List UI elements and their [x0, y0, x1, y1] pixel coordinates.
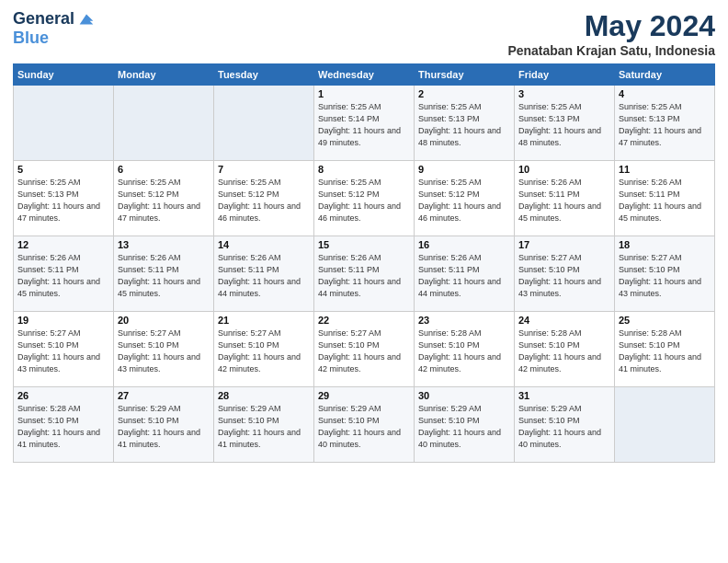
- calendar-cell: 5Sunrise: 5:25 AMSunset: 5:13 PMDaylight…: [14, 161, 114, 236]
- day-info: Sunrise: 5:27 AMSunset: 5:10 PMDaylight:…: [318, 327, 410, 375]
- calendar-cell: 29Sunrise: 5:29 AMSunset: 5:10 PMDayligh…: [314, 387, 415, 463]
- day-info: Sunrise: 5:28 AMSunset: 5:10 PMDaylight:…: [418, 327, 510, 375]
- calendar-cell: 8Sunrise: 5:25 AMSunset: 5:12 PMDaylight…: [314, 161, 415, 236]
- day-number: 26: [17, 390, 109, 401]
- calendar-cell: 20Sunrise: 5:27 AMSunset: 5:10 PMDayligh…: [114, 312, 214, 387]
- calendar-cell: 22Sunrise: 5:27 AMSunset: 5:10 PMDayligh…: [314, 312, 415, 387]
- day-info: Sunrise: 5:29 AMSunset: 5:10 PMDaylight:…: [518, 403, 610, 451]
- day-number: 12: [17, 239, 109, 250]
- day-info: Sunrise: 5:27 AMSunset: 5:10 PMDaylight:…: [518, 252, 610, 300]
- calendar-cell: 16Sunrise: 5:26 AMSunset: 5:11 PMDayligh…: [415, 236, 515, 312]
- day-info: Sunrise: 5:27 AMSunset: 5:10 PMDaylight:…: [619, 252, 711, 300]
- day-number: 28: [218, 390, 310, 401]
- day-info: Sunrise: 5:25 AMSunset: 5:13 PMDaylight:…: [17, 177, 109, 224]
- day-info: Sunrise: 5:28 AMSunset: 5:10 PMDaylight:…: [619, 327, 711, 375]
- day-number: 3: [518, 88, 610, 99]
- title-section: May 2024 Penataban Krajan Satu, Indonesi…: [507, 9, 715, 58]
- header-cell-saturday: Saturday: [615, 64, 715, 86]
- day-number: 5: [17, 164, 109, 175]
- calendar-cell: 17Sunrise: 5:27 AMSunset: 5:10 PMDayligh…: [515, 236, 615, 312]
- day-number: 27: [118, 390, 210, 401]
- day-info: Sunrise: 5:25 AMSunset: 5:14 PMDaylight:…: [318, 101, 410, 149]
- calendar-cell: 27Sunrise: 5:29 AMSunset: 5:10 PMDayligh…: [114, 387, 214, 463]
- calendar-cell: 1Sunrise: 5:25 AMSunset: 5:14 PMDaylight…: [314, 86, 415, 161]
- calendar-cell: 10Sunrise: 5:26 AMSunset: 5:11 PMDayligh…: [515, 161, 615, 236]
- day-number: 6: [118, 164, 210, 175]
- day-number: 22: [318, 315, 410, 326]
- day-number: 10: [518, 164, 610, 175]
- day-info: Sunrise: 5:26 AMSunset: 5:11 PMDaylight:…: [118, 252, 210, 300]
- header-cell-friday: Friday: [515, 64, 615, 86]
- calendar-cell: 14Sunrise: 5:26 AMSunset: 5:11 PMDayligh…: [214, 236, 314, 312]
- day-number: 16: [418, 239, 510, 250]
- calendar-cell: 13Sunrise: 5:26 AMSunset: 5:11 PMDayligh…: [114, 236, 214, 312]
- day-number: 19: [17, 315, 109, 326]
- day-number: 20: [118, 315, 210, 326]
- day-number: 8: [318, 164, 410, 175]
- calendar-table: SundayMondayTuesdayWednesdayThursdayFrid…: [13, 63, 715, 463]
- day-number: 11: [619, 164, 711, 175]
- day-info: Sunrise: 5:27 AMSunset: 5:10 PMDaylight:…: [17, 327, 109, 375]
- page: General Blue May 2024 Penataban Krajan S…: [0, 0, 728, 563]
- week-row-3: 12Sunrise: 5:26 AMSunset: 5:11 PMDayligh…: [14, 236, 715, 312]
- day-number: 18: [619, 239, 711, 250]
- header-row: SundayMondayTuesdayWednesdayThursdayFrid…: [14, 64, 715, 86]
- logo-text: General: [13, 10, 74, 29]
- calendar-cell: 26Sunrise: 5:28 AMSunset: 5:10 PMDayligh…: [14, 387, 114, 463]
- day-number: 4: [619, 88, 711, 99]
- header-cell-tuesday: Tuesday: [214, 64, 314, 86]
- month-title: May 2024: [507, 9, 715, 43]
- header: General Blue May 2024 Penataban Krajan S…: [13, 9, 715, 58]
- calendar-cell: 28Sunrise: 5:29 AMSunset: 5:10 PMDayligh…: [214, 387, 314, 463]
- day-info: Sunrise: 5:27 AMSunset: 5:10 PMDaylight:…: [218, 327, 310, 375]
- day-number: 29: [318, 390, 410, 401]
- day-number: 15: [318, 239, 410, 250]
- day-number: 31: [518, 390, 610, 401]
- week-row-1: 1Sunrise: 5:25 AMSunset: 5:14 PMDaylight…: [14, 86, 715, 161]
- day-info: Sunrise: 5:25 AMSunset: 5:13 PMDaylight:…: [619, 101, 711, 149]
- day-info: Sunrise: 5:25 AMSunset: 5:12 PMDaylight:…: [418, 177, 510, 224]
- day-info: Sunrise: 5:29 AMSunset: 5:10 PMDaylight:…: [318, 403, 410, 451]
- calendar-cell: [14, 86, 114, 161]
- day-number: 14: [218, 239, 310, 250]
- day-info: Sunrise: 5:25 AMSunset: 5:12 PMDaylight:…: [218, 177, 310, 224]
- day-number: 9: [418, 164, 510, 175]
- day-info: Sunrise: 5:26 AMSunset: 5:11 PMDaylight:…: [418, 252, 510, 300]
- calendar-cell: 3Sunrise: 5:25 AMSunset: 5:13 PMDaylight…: [515, 86, 615, 161]
- day-info: Sunrise: 5:25 AMSunset: 5:12 PMDaylight:…: [318, 177, 410, 224]
- logo-blue-text: Blue: [13, 29, 97, 48]
- header-cell-sunday: Sunday: [14, 64, 114, 86]
- location-title: Penataban Krajan Satu, Indonesia: [507, 43, 715, 58]
- day-number: 24: [518, 315, 610, 326]
- header-cell-monday: Monday: [114, 64, 214, 86]
- calendar-cell: 11Sunrise: 5:26 AMSunset: 5:11 PMDayligh…: [615, 161, 715, 236]
- logo-icon: [76, 9, 97, 29]
- day-info: Sunrise: 5:26 AMSunset: 5:11 PMDaylight:…: [218, 252, 310, 300]
- day-info: Sunrise: 5:26 AMSunset: 5:11 PMDaylight:…: [518, 177, 610, 224]
- calendar-cell: 25Sunrise: 5:28 AMSunset: 5:10 PMDayligh…: [615, 312, 715, 387]
- day-info: Sunrise: 5:26 AMSunset: 5:11 PMDaylight:…: [619, 177, 711, 224]
- calendar-cell: 9Sunrise: 5:25 AMSunset: 5:12 PMDaylight…: [415, 161, 515, 236]
- logo: General Blue: [13, 9, 97, 48]
- day-number: 17: [518, 239, 610, 250]
- day-info: Sunrise: 5:25 AMSunset: 5:13 PMDaylight:…: [418, 101, 510, 149]
- calendar-cell: 2Sunrise: 5:25 AMSunset: 5:13 PMDaylight…: [415, 86, 515, 161]
- day-number: 2: [418, 88, 510, 99]
- day-info: Sunrise: 5:26 AMSunset: 5:11 PMDaylight:…: [318, 252, 410, 300]
- day-number: 13: [118, 239, 210, 250]
- calendar-cell: [214, 86, 314, 161]
- calendar-cell: 18Sunrise: 5:27 AMSunset: 5:10 PMDayligh…: [615, 236, 715, 312]
- day-info: Sunrise: 5:29 AMSunset: 5:10 PMDaylight:…: [218, 403, 310, 451]
- calendar-cell: 24Sunrise: 5:28 AMSunset: 5:10 PMDayligh…: [515, 312, 615, 387]
- day-info: Sunrise: 5:25 AMSunset: 5:12 PMDaylight:…: [118, 177, 210, 224]
- week-row-5: 26Sunrise: 5:28 AMSunset: 5:10 PMDayligh…: [14, 387, 715, 463]
- calendar-cell: 6Sunrise: 5:25 AMSunset: 5:12 PMDaylight…: [114, 161, 214, 236]
- day-number: 1: [318, 88, 410, 99]
- day-info: Sunrise: 5:28 AMSunset: 5:10 PMDaylight:…: [17, 403, 109, 451]
- day-info: Sunrise: 5:27 AMSunset: 5:10 PMDaylight:…: [118, 327, 210, 375]
- header-cell-wednesday: Wednesday: [314, 64, 415, 86]
- calendar-cell: 7Sunrise: 5:25 AMSunset: 5:12 PMDaylight…: [214, 161, 314, 236]
- header-cell-thursday: Thursday: [415, 64, 515, 86]
- day-info: Sunrise: 5:29 AMSunset: 5:10 PMDaylight:…: [118, 403, 210, 451]
- calendar-cell: 31Sunrise: 5:29 AMSunset: 5:10 PMDayligh…: [515, 387, 615, 463]
